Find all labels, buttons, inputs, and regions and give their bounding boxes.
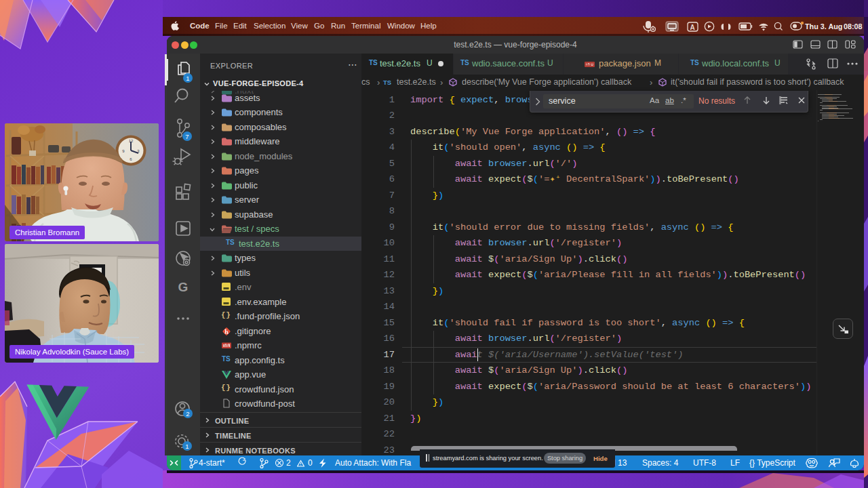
svg-text:7: 7 bbox=[185, 133, 189, 140]
svg-text:A: A bbox=[690, 24, 695, 31]
svg-text:1: 1 bbox=[186, 75, 189, 82]
svg-text:Thu 3. Aug: Thu 3. Aug bbox=[805, 22, 842, 30]
svg-text:2: 2 bbox=[186, 410, 189, 418]
svg-text:1: 1 bbox=[185, 443, 189, 450]
svg-text:G: G bbox=[178, 280, 189, 294]
svg-text:08:08: 08:08 bbox=[844, 22, 863, 30]
